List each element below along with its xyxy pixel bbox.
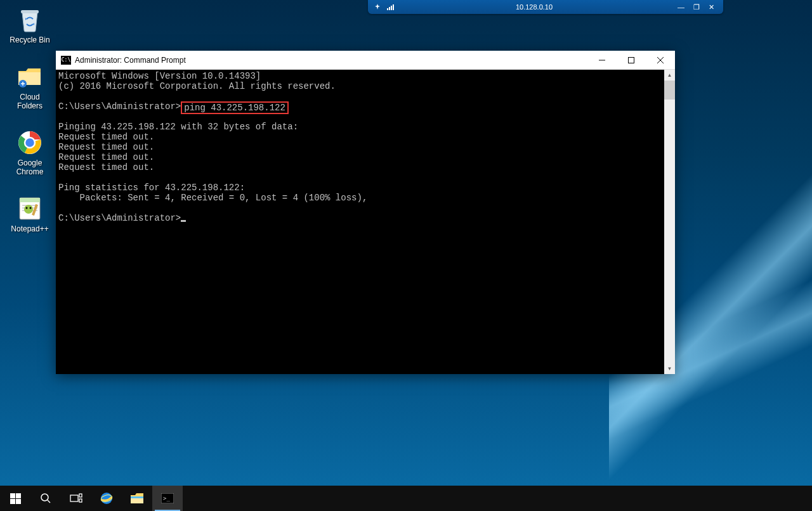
svg-rect-4 [21,10,39,13]
remote-minimize-button[interactable]: — [674,3,688,11]
start-button[interactable] [0,486,30,511]
desktop-icon-cloud-folders[interactable]: Cloud Folders [6,63,53,110]
taskbar-cmd-button[interactable]: >_ [152,486,183,511]
scrollbar-thumb[interactable] [664,81,675,100]
scroll-up-arrow-icon[interactable]: ▲ [664,70,675,81]
svg-rect-30 [79,499,82,502]
taskbar-file-explorer-button[interactable] [122,486,152,511]
remote-connection-bar: 10.128.0.10 — ❐ ✕ [368,0,723,14]
svg-point-16 [30,207,32,209]
pin-icon[interactable] [374,4,381,10]
svg-text:>_: >_ [163,495,170,501]
svg-point-14 [24,205,33,214]
cmd-icon: C:\ [61,56,71,65]
taskbar: >_ [0,486,812,511]
scroll-down-arrow-icon[interactable]: ▼ [664,363,675,374]
highlighted-command: ping 43.225.198.122 [181,101,289,114]
svg-rect-19 [629,57,634,63]
recycle-bin-icon [16,6,43,33]
chrome-icon [16,129,43,156]
task-view-button[interactable] [61,486,91,511]
svg-rect-0 [387,8,388,10]
svg-point-15 [26,207,28,209]
close-button[interactable] [646,51,675,70]
svg-point-26 [41,494,48,501]
terminal-body[interactable]: Microsoft Windows [Version 10.0.14393] (… [56,70,675,374]
window-titlebar[interactable]: C:\ Administrator: Command Prompt [56,51,675,70]
svg-rect-34 [131,496,143,498]
command-prompt-window: C:\ Administrator: Command Prompt Micros… [56,51,675,374]
desktop-icon-label: Notepad++ [11,224,48,233]
svg-rect-22 [10,493,15,498]
svg-line-27 [48,500,50,503]
desktop-icon-notepad-plus-plus[interactable]: Notepad++ [6,195,53,233]
terminal-scrollbar[interactable]: ▲ ▼ [664,70,675,374]
minimize-button[interactable] [587,51,617,70]
desktop-icon-label: Google Chrome [6,158,53,176]
terminal-cursor [181,220,186,222]
desktop-icon-label: Recycle Bin [10,36,49,44]
remote-close-button[interactable]: ✕ [705,3,718,11]
remote-ip-label: 10.128.0.10 [395,3,674,11]
desktop-icon-recycle-bin[interactable]: Recycle Bin [6,6,53,44]
desktop-icon-google-chrome[interactable]: Google Chrome [6,129,53,176]
signal-icon [387,4,395,10]
svg-rect-29 [79,494,82,497]
desktop-icon-label: Cloud Folders [6,93,53,110]
search-button[interactable] [30,486,61,511]
maximize-button[interactable] [617,51,646,70]
svg-rect-1 [389,7,390,10]
taskbar-ie-button[interactable] [91,486,122,511]
svg-rect-28 [70,495,78,501]
window-title: Administrator: Command Prompt [75,56,587,65]
svg-rect-2 [391,6,392,10]
svg-rect-23 [16,493,21,498]
notepad-icon [16,195,43,222]
folder-icon [16,63,43,90]
svg-rect-10 [20,198,40,202]
svg-rect-25 [16,499,21,504]
terminal-output: Microsoft Windows [Version 10.0.14393] (… [56,70,664,374]
svg-rect-24 [10,499,15,504]
desktop-icons: Recycle Bin Cloud Folders Google Chrome … [6,6,53,233]
svg-rect-3 [393,4,394,10]
remote-restore-button[interactable]: ❐ [690,3,704,11]
